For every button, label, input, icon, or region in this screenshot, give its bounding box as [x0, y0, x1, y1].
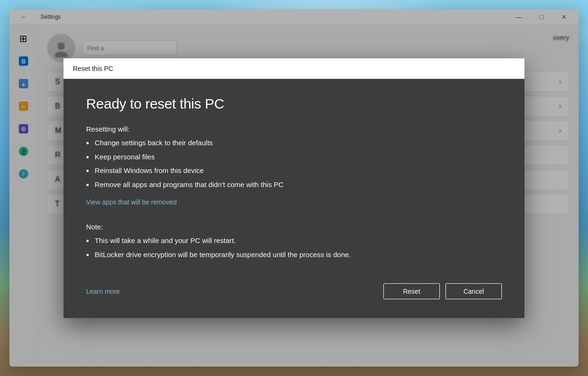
learn-more-link[interactable]: Learn more — [86, 287, 120, 295]
dialog-title: Reset this PC — [73, 65, 113, 72]
cancel-button[interactable]: Cancel — [445, 283, 502, 299]
dialog-buttons: Reset Cancel — [383, 283, 502, 299]
dialog-body: Ready to reset this PC Resetting will: C… — [64, 79, 524, 318]
note-item-1: This will take a while and your PC will … — [86, 236, 502, 247]
resetting-bullet-list: Change settings back to their defaults K… — [86, 139, 502, 190]
bullet-item-1: Change settings back to their defaults — [86, 139, 502, 149]
bullet-item-3: Reinstall Windows from this device — [86, 166, 502, 177]
note-bullet-list: This will take a while and your PC will … — [86, 236, 502, 260]
reset-dialog: Reset this PC Ready to reset this PC Res… — [64, 58, 524, 318]
note-item-2: BitLocker drive encryption will be tempo… — [86, 251, 502, 261]
note-section: Note: This will take a while and your PC… — [86, 223, 502, 260]
note-heading: Note: — [86, 223, 502, 231]
reset-button[interactable]: Reset — [383, 283, 440, 299]
bullet-item-2: Keep personal files — [86, 152, 502, 163]
dialog-heading: Ready to reset this PC — [86, 96, 502, 112]
resetting-will-label: Resetting will: — [86, 125, 502, 133]
dialog-titlebar: Reset this PC — [64, 58, 524, 79]
view-apps-link[interactable]: View apps that will be removed — [86, 198, 177, 206]
dialog-footer: Learn more Reset Cancel — [86, 279, 502, 299]
bullet-item-4: Remove all apps and programs that didn't… — [86, 180, 502, 191]
main-window: ← Settings — □ ✕ ⊞ B — [9, 9, 579, 367]
